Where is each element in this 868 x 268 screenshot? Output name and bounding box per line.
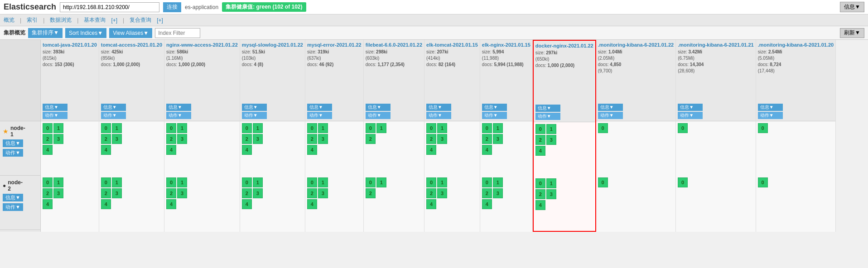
node1-shards-col-5: 012 xyxy=(364,121,424,176)
shard-cell: 2 xyxy=(101,134,111,144)
index-info-btn-1[interactable]: 信息▼ xyxy=(101,104,126,111)
index-filter-input[interactable] xyxy=(155,28,200,38)
cluster-sort-button[interactable]: 集群排序▼ xyxy=(28,28,63,38)
index-info-btn-10[interactable]: 信息▼ xyxy=(678,104,703,111)
index-name-9[interactable]: .monitoring-kibana-6-2021.01.22 xyxy=(598,42,674,48)
shard-cell: 1 xyxy=(318,123,328,133)
shard-cell: 4 xyxy=(43,199,53,209)
index-action-btn-8[interactable]: 动作▼ xyxy=(535,113,560,120)
node2-action-button[interactable]: 动作▼ xyxy=(3,203,23,211)
index-col-3: mysql-slowlog-2021.01.22size: 51.5ki(103… xyxy=(240,40,305,232)
index-info-btn-0[interactable]: 信息▼ xyxy=(43,104,68,111)
shard-cell: 4 xyxy=(166,145,176,155)
shard-cell: 2 xyxy=(43,188,53,198)
shard-cell: 0 xyxy=(366,177,376,187)
node1-info-button[interactable]: 信息▼ xyxy=(3,139,23,147)
view-aliases-button[interactable]: View Aliases▼ xyxy=(109,28,152,38)
index-info-btn-5[interactable]: 信息▼ xyxy=(366,104,391,111)
shard-cell: 3 xyxy=(546,135,556,145)
top-bar: Elasticsearch 连接 es-application 集群健康值: g… xyxy=(0,0,868,14)
index-info-btn-6[interactable]: 信息▼ xyxy=(426,104,451,111)
shard-cell: 0 xyxy=(678,177,688,187)
connect-button[interactable]: 连接 xyxy=(163,2,181,12)
shard-cell: 0 xyxy=(535,124,545,134)
index-action-btn-11[interactable]: 动作▼ xyxy=(758,112,783,119)
index-header-10: .monitoring-kibana-6-2021.01.21size: 3.4… xyxy=(676,40,756,121)
index-info-btn-9[interactable]: 信息▼ xyxy=(598,104,623,111)
nav-overview[interactable]: 概览 xyxy=(4,16,14,24)
shard-cell: 3 xyxy=(493,134,503,144)
top-info-button[interactable]: 信息▼ xyxy=(840,2,864,12)
node2-shards-col-5: 012 xyxy=(364,176,424,230)
index-meta-8: size: 297ki(650ki)docs: 1,000 (2,000) xyxy=(535,50,574,69)
index-name-10[interactable]: .monitoring-kibana-6-2021.01.21 xyxy=(678,42,754,48)
index-action-btn-7[interactable]: 动作▼ xyxy=(482,112,507,119)
app-name-label: es-application xyxy=(185,4,218,10)
shard-cell: 0 xyxy=(43,123,53,133)
index-header-6: elk-tomcat-2021.01.15size: 207ki(414ki)d… xyxy=(424,40,480,121)
node2-shards-col-8: 01234 xyxy=(534,177,595,231)
index-action-btn-1[interactable]: 动作▼ xyxy=(101,112,126,119)
shard-cell: 4 xyxy=(101,199,111,209)
index-name-6[interactable]: elk-tomcat-2021.01.15 xyxy=(426,42,478,48)
index-meta-0: size: 393ki(815ki)docs: 153 (306) xyxy=(43,49,74,68)
index-header-2: nginx-www-access-2021.01.22size: 586ki(1… xyxy=(164,40,240,121)
shard-cell: 2 xyxy=(166,134,176,144)
index-info-btn-4[interactable]: 信息▼ xyxy=(307,104,332,111)
nav-complex-query[interactable]: 复合查询 xyxy=(130,16,151,24)
index-info-btn-11[interactable]: 信息▼ xyxy=(758,104,783,111)
app-title: Elasticsearch xyxy=(4,2,56,12)
index-name-7[interactable]: elk-nginx-2021.01.15 xyxy=(482,42,530,48)
shard-cell: 4 xyxy=(43,145,53,155)
index-name-11[interactable]: .monitoring-kibana-6-2021.01.20 xyxy=(758,42,834,48)
index-name-4[interactable]: mysql-error-2021.01.22 xyxy=(307,42,362,48)
nav-basic-query[interactable]: 基本查询 xyxy=(84,16,106,24)
index-info-btn-8[interactable]: 信息▼ xyxy=(535,105,560,112)
index-header-8: docker-nginx-2021.01.22size: 297ki(650ki… xyxy=(534,41,595,122)
shard-cell: 1 xyxy=(437,123,447,133)
shard-cell: 2 xyxy=(482,188,492,198)
node1-action-button[interactable]: 动作▼ xyxy=(3,149,23,157)
refresh-button[interactable]: 刷新▼ xyxy=(840,28,864,38)
nodes-panel: ★ node-1 信息▼ 动作▼ ● node-2 信息▼ 动作▼ xyxy=(0,40,41,232)
nav-complex-add[interactable]: [+] xyxy=(157,17,163,24)
index-action-btn-6[interactable]: 动作▼ xyxy=(426,112,451,119)
index-meta-4: size: 319ki(637ki)docs: 46 (92) xyxy=(307,49,333,68)
index-name-8[interactable]: docker-nginx-2021.01.22 xyxy=(535,43,593,49)
index-info-btn-3[interactable]: 信息▼ xyxy=(242,104,267,111)
index-meta-5: size: 298ki(603ki)docs: 1,177 (2,354) xyxy=(366,49,405,68)
shard-cell: 0 xyxy=(598,177,608,187)
index-info-btn-7[interactable]: 信息▼ xyxy=(482,104,507,111)
index-col-9: .monitoring-kibana-6-2021.01.22size: 1.0… xyxy=(596,40,676,232)
index-info-btn-2[interactable]: 信息▼ xyxy=(166,104,191,111)
index-name-5[interactable]: filebeat-6.6.0-2021.01.22 xyxy=(366,42,422,48)
node2-info-button[interactable]: 信息▼ xyxy=(3,194,23,201)
index-action-btn-9[interactable]: 动作▼ xyxy=(598,112,623,119)
nav-basic-add[interactable]: [+] xyxy=(111,17,117,24)
shard-cell: 4 xyxy=(426,199,436,209)
node2-shards-col-6: 01234 xyxy=(424,176,480,230)
index-action-btn-2[interactable]: 动作▼ xyxy=(166,112,191,119)
shard-cell: 2 xyxy=(43,134,53,144)
index-col-0: tomcat-java-2021.01.20size: 393ki(815ki)… xyxy=(41,40,99,232)
nav-data-browse[interactable]: 数据浏览 xyxy=(50,16,72,24)
shard-cell: 0 xyxy=(366,123,376,133)
shard-cell: 2 xyxy=(101,188,111,198)
sort-indices-button[interactable]: Sort Indices▼ xyxy=(65,28,106,38)
index-name-0[interactable]: tomcat-java-2021.01.20 xyxy=(43,42,97,48)
index-name-3[interactable]: mysql-slowlog-2021.01.22 xyxy=(242,42,303,48)
index-action-btn-10[interactable]: 动作▼ xyxy=(678,112,703,119)
nav-indices[interactable]: 索引 xyxy=(27,16,38,24)
index-name-1[interactable]: tomcat-access-2021.01.20 xyxy=(101,42,162,48)
index-action-btn-0[interactable]: 动作▼ xyxy=(43,112,68,119)
node2-shards-col-1: 01234 xyxy=(99,176,164,230)
index-action-btn-4[interactable]: 动作▼ xyxy=(307,112,332,119)
shard-cell: 3 xyxy=(318,188,328,198)
node1-shards-col-11: 0 xyxy=(756,121,836,176)
index-action-btn-5[interactable]: 动作▼ xyxy=(366,112,391,119)
index-name-2[interactable]: nginx-www-access-2021.01.22 xyxy=(166,42,238,48)
node2-shards-col-4: 01234 xyxy=(305,176,363,230)
url-input[interactable] xyxy=(60,2,159,12)
index-header-1: tomcat-access-2021.01.20size: 425ki(856k… xyxy=(99,40,164,121)
index-action-btn-3[interactable]: 动作▼ xyxy=(242,112,267,119)
